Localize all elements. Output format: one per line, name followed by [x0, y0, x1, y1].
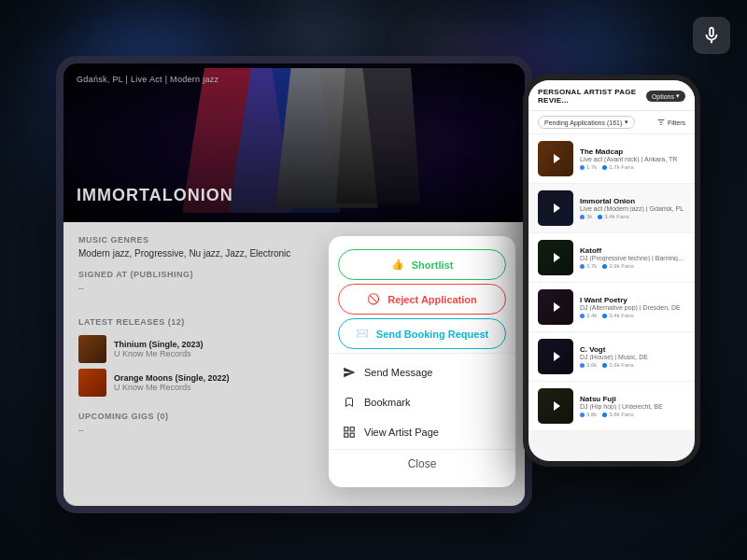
followers-count: 3k — [586, 214, 592, 219]
artist-list-item[interactable]: The Madcap Live act (Avant rock) | Ankar… — [529, 134, 695, 184]
phone-device: PERSONAL ARTIST PAGE REVIE... Options ▾ … — [523, 75, 700, 467]
artist-thumbnail — [538, 141, 573, 176]
followers-count: 3.6k — [586, 362, 597, 368]
artist-name: Immortal Onion — [580, 197, 685, 205]
shortlist-button[interactable]: 👍 Shortlist — [338, 249, 506, 280]
bookmark-button[interactable]: Bookmark — [329, 387, 515, 417]
followers-stat: 1.7k — [580, 164, 597, 170]
fans-dot — [602, 413, 607, 417]
send-message-button[interactable]: Send Message — [329, 357, 515, 387]
reject-label: Reject Application — [388, 294, 477, 305]
artist-stats: 3.8k 3.8k Fans — [580, 412, 685, 417]
pending-label: Pending Applications (161) — [544, 119, 622, 126]
artist-info: I Want Poetry DJ (Alternative pop) | Dre… — [580, 296, 685, 318]
artist-thumbnail — [538, 289, 573, 325]
play-icon — [554, 203, 560, 213]
artist-stats: 3.7k 3.9k Fans — [580, 263, 685, 269]
fans-count: 3.9k Fans — [609, 263, 633, 269]
send-booking-request-button[interactable]: ✉️ Send Booking Request — [338, 318, 506, 349]
filters-button[interactable]: Filters — [656, 118, 685, 127]
artist-list-item[interactable]: I Want Poetry DJ (Alternative pop) | Dre… — [529, 283, 695, 332]
reject-button[interactable]: 🚫 Reject Application — [338, 284, 506, 315]
artist-list-item[interactable]: Natsu Fuji DJ (Hip hop) | Unterecht, BE … — [529, 382, 695, 431]
send-message-label: Send Message — [364, 367, 432, 378]
artist-genre: DJ (Alternative pop) | Dresden, DE — [580, 304, 685, 311]
svg-rect-3 — [345, 433, 348, 437]
fans-count: 3.4k Fans — [604, 214, 628, 219]
send-message-icon — [342, 365, 357, 380]
action-divider-1 — [329, 353, 515, 354]
artist-thumbnail — [538, 388, 573, 424]
play-icon — [554, 302, 560, 312]
followers-stat: 3.8k — [580, 412, 597, 417]
artist-thumbnail — [538, 339, 573, 374]
filters-label: Filters — [668, 119, 685, 126]
phone-subheader: Pending Applications (161) ▾ Filters — [529, 111, 695, 134]
chevron-icon: ▾ — [625, 119, 628, 126]
followers-count: 3.8k — [586, 412, 597, 417]
pending-applications-badge[interactable]: Pending Applications (161) ▾ — [538, 116, 635, 129]
play-overlay — [538, 141, 573, 176]
phone-screen: PERSONAL ARTIST PAGE REVIE... Options ▾ … — [529, 80, 695, 461]
fans-stat: 3.4k Fans — [602, 313, 633, 318]
followers-stat: 3k — [580, 214, 592, 219]
artist-list: The Madcap Live act (Avant rock) | Ankar… — [529, 134, 695, 450]
booking-icon: ✉️ — [356, 328, 369, 340]
artist-name: I Want Poetry — [580, 296, 685, 304]
artist-genre: Live act (Modern jazz) | Gdańsk, PL — [580, 205, 685, 212]
followers-dot — [580, 314, 585, 318]
view-artist-button[interactable]: View Artist Page — [329, 417, 515, 447]
artist-name: Katoff — [580, 246, 685, 255]
followers-dot — [580, 363, 585, 368]
fans-count: 3.4k Fans — [609, 313, 633, 318]
svg-rect-0 — [345, 427, 348, 431]
reject-icon: 🚫 — [367, 293, 380, 305]
tablet-device: Gdańsk, PL | Live Act | Modern jazz IMMO… — [56, 56, 532, 513]
followers-dot — [580, 264, 585, 269]
artist-list-item[interactable]: C. Vogt DJ (House) | Music, DE 3.6k 3.6k… — [529, 332, 695, 382]
artist-info: The Madcap Live act (Avant rock) | Ankar… — [580, 147, 685, 170]
play-icon — [554, 154, 560, 163]
fans-dot — [602, 314, 607, 318]
followers-stat: 3.7k — [580, 263, 597, 269]
phone-header-row: PERSONAL ARTIST PAGE REVIE... Options ▾ — [538, 88, 685, 105]
thumbs-up-icon: 👍 — [391, 259, 404, 271]
fans-stat: 3.9k Fans — [602, 263, 633, 269]
fans-dot — [602, 363, 607, 368]
svg-rect-2 — [350, 433, 354, 437]
artist-thumbnail — [538, 190, 573, 226]
view-artist-icon — [342, 425, 357, 440]
artist-stats: 3k 3.4k Fans — [580, 214, 685, 219]
play-overlay — [538, 289, 573, 325]
fans-dot — [598, 215, 602, 219]
artist-stats: 1.7k 1.7k Fans — [580, 164, 685, 170]
play-overlay — [538, 339, 573, 374]
fans-count: 3.8k Fans — [609, 412, 633, 417]
close-label: Close — [408, 457, 437, 470]
play-icon — [554, 352, 560, 361]
artist-genre: DJ (Hip hop) | Unterecht, BE — [580, 403, 685, 410]
play-overlay — [538, 190, 573, 226]
artist-list-item[interactable]: Katoff DJ (Progressive techno) | Barning… — [529, 233, 695, 283]
phone-title: PERSONAL ARTIST PAGE REVIE... — [538, 88, 646, 105]
artist-list-item[interactable]: Immortal Onion Live act (Modern jazz) | … — [529, 184, 695, 233]
close-button[interactable]: Close — [329, 449, 515, 478]
phone-header: PERSONAL ARTIST PAGE REVIE... Options ▾ — [529, 80, 695, 111]
play-icon — [554, 401, 560, 411]
artist-genre: Live act (Avant rock) | Ankara, TR — [580, 156, 685, 162]
tablet-screen: Gdańsk, PL | Live Act | Modern jazz IMMO… — [63, 63, 525, 506]
play-overlay — [538, 388, 573, 424]
artist-info: Immortal Onion Live act (Modern jazz) | … — [580, 197, 685, 219]
followers-count: 3.4k — [586, 313, 597, 318]
options-button[interactable]: Options ▾ — [646, 91, 685, 102]
fans-dot — [602, 264, 607, 269]
svg-rect-1 — [350, 427, 354, 431]
artist-thumbnail — [538, 240, 573, 275]
booking-label: Send Booking Request — [376, 329, 488, 340]
followers-dot — [580, 413, 585, 417]
followers-count: 3.7k — [586, 263, 597, 269]
logo-badge — [693, 17, 730, 54]
shortlist-label: Shortlist — [412, 259, 454, 271]
chevron-down-icon: ▾ — [676, 92, 680, 100]
followers-dot — [580, 215, 585, 219]
